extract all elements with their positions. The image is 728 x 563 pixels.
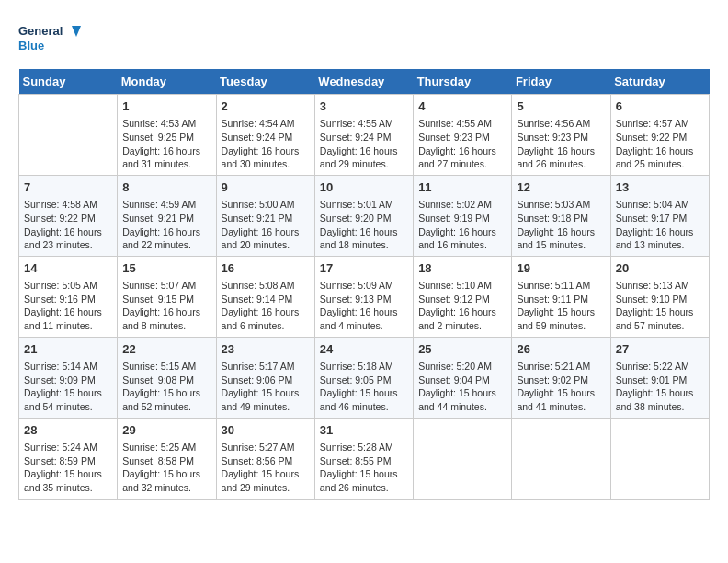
calendar-cell: 15Sunrise: 5:07 AM Sunset: 9:15 PM Dayli… <box>118 256 216 337</box>
calendar-cell: 20Sunrise: 5:13 AM Sunset: 9:10 PM Dayli… <box>610 256 709 337</box>
day-content: Sunrise: 5:11 AM Sunset: 9:11 PM Dayligh… <box>517 279 605 333</box>
calendar-cell: 1Sunrise: 4:53 AM Sunset: 9:25 PM Daylig… <box>118 95 216 176</box>
calendar-cell: 18Sunrise: 5:10 AM Sunset: 9:12 PM Dayli… <box>414 256 512 337</box>
calendar-cell: 8Sunrise: 4:59 AM Sunset: 9:21 PM Daylig… <box>118 175 216 256</box>
day-content: Sunrise: 5:00 AM Sunset: 9:21 PM Dayligh… <box>222 198 310 252</box>
day-content: Sunrise: 5:22 AM Sunset: 9:01 PM Dayligh… <box>616 360 704 414</box>
weekday-header-row: SundayMondayTuesdayWednesdayThursdayFrid… <box>19 69 710 95</box>
day-content: Sunrise: 5:09 AM Sunset: 9:13 PM Dayligh… <box>320 279 408 333</box>
calendar-cell <box>512 418 610 499</box>
calendar-cell: 28Sunrise: 5:24 AM Sunset: 8:59 PM Dayli… <box>19 418 118 499</box>
day-number: 5 <box>517 98 605 115</box>
weekday-header-friday: Friday <box>512 69 610 95</box>
calendar-cell <box>19 95 118 176</box>
day-content: Sunrise: 5:25 AM Sunset: 8:58 PM Dayligh… <box>122 441 210 495</box>
day-number: 1 <box>122 98 210 115</box>
day-content: Sunrise: 5:13 AM Sunset: 9:10 PM Dayligh… <box>616 279 704 333</box>
day-number: 13 <box>616 179 704 196</box>
week-row-5: 28Sunrise: 5:24 AM Sunset: 8:59 PM Dayli… <box>19 418 710 499</box>
calendar-cell: 14Sunrise: 5:05 AM Sunset: 9:16 PM Dayli… <box>19 256 118 337</box>
week-row-4: 21Sunrise: 5:14 AM Sunset: 9:09 PM Dayli… <box>19 337 710 418</box>
day-number: 4 <box>418 98 506 115</box>
calendar-cell: 2Sunrise: 4:54 AM Sunset: 9:24 PM Daylig… <box>216 95 314 176</box>
day-content: Sunrise: 5:02 AM Sunset: 9:19 PM Dayligh… <box>418 198 506 252</box>
day-number: 10 <box>320 179 408 196</box>
calendar-cell: 27Sunrise: 5:22 AM Sunset: 9:01 PM Dayli… <box>610 337 709 418</box>
day-content: Sunrise: 5:24 AM Sunset: 8:59 PM Dayligh… <box>24 441 112 495</box>
calendar-cell: 3Sunrise: 4:55 AM Sunset: 9:24 PM Daylig… <box>314 95 413 176</box>
day-content: Sunrise: 5:01 AM Sunset: 9:20 PM Dayligh… <box>320 198 408 252</box>
calendar-cell: 22Sunrise: 5:15 AM Sunset: 9:08 PM Dayli… <box>118 337 216 418</box>
day-number: 18 <box>418 260 506 277</box>
header: General Blue <box>18 18 710 60</box>
calendar-cell <box>414 418 512 499</box>
calendar-cell <box>610 418 709 499</box>
day-number: 28 <box>24 422 112 439</box>
day-content: Sunrise: 5:28 AM Sunset: 8:55 PM Dayligh… <box>320 441 408 495</box>
day-number: 21 <box>24 341 112 358</box>
calendar-cell: 26Sunrise: 5:21 AM Sunset: 9:02 PM Dayli… <box>512 337 610 418</box>
calendar-table: SundayMondayTuesdayWednesdayThursdayFrid… <box>18 69 710 500</box>
calendar-cell: 11Sunrise: 5:02 AM Sunset: 9:19 PM Dayli… <box>414 175 512 256</box>
day-content: Sunrise: 5:27 AM Sunset: 8:56 PM Dayligh… <box>222 441 310 495</box>
calendar-cell: 21Sunrise: 5:14 AM Sunset: 9:09 PM Dayli… <box>19 337 118 418</box>
day-number: 8 <box>122 179 210 196</box>
calendar-cell: 5Sunrise: 4:56 AM Sunset: 9:23 PM Daylig… <box>512 95 610 176</box>
weekday-header-sunday: Sunday <box>19 69 118 95</box>
day-content: Sunrise: 4:55 AM Sunset: 9:23 PM Dayligh… <box>418 117 506 171</box>
weekday-header-monday: Monday <box>118 69 216 95</box>
day-number: 25 <box>418 341 506 358</box>
calendar-cell: 10Sunrise: 5:01 AM Sunset: 9:20 PM Dayli… <box>314 175 413 256</box>
day-content: Sunrise: 4:55 AM Sunset: 9:24 PM Dayligh… <box>320 117 408 171</box>
day-number: 27 <box>616 341 704 358</box>
day-content: Sunrise: 5:10 AM Sunset: 9:12 PM Dayligh… <box>418 279 506 333</box>
day-number: 17 <box>320 260 408 277</box>
day-content: Sunrise: 5:05 AM Sunset: 9:16 PM Dayligh… <box>24 279 112 333</box>
calendar-cell: 16Sunrise: 5:08 AM Sunset: 9:14 PM Dayli… <box>216 256 314 337</box>
calendar-cell: 9Sunrise: 5:00 AM Sunset: 9:21 PM Daylig… <box>216 175 314 256</box>
day-number: 3 <box>320 98 408 115</box>
calendar-cell: 12Sunrise: 5:03 AM Sunset: 9:18 PM Dayli… <box>512 175 610 256</box>
calendar-cell: 13Sunrise: 5:04 AM Sunset: 9:17 PM Dayli… <box>610 175 709 256</box>
day-number: 15 <box>122 260 210 277</box>
svg-marker-2 <box>72 26 81 37</box>
day-number: 30 <box>222 422 310 439</box>
day-content: Sunrise: 4:57 AM Sunset: 9:22 PM Dayligh… <box>616 117 704 171</box>
day-number: 9 <box>222 179 310 196</box>
calendar-cell: 6Sunrise: 4:57 AM Sunset: 9:22 PM Daylig… <box>610 95 709 176</box>
day-number: 11 <box>418 179 506 196</box>
day-content: Sunrise: 5:18 AM Sunset: 9:05 PM Dayligh… <box>320 360 408 414</box>
day-number: 26 <box>517 341 605 358</box>
calendar-cell: 17Sunrise: 5:09 AM Sunset: 9:13 PM Dayli… <box>314 256 413 337</box>
day-number: 24 <box>320 341 408 358</box>
week-row-2: 7Sunrise: 4:58 AM Sunset: 9:22 PM Daylig… <box>19 175 710 256</box>
calendar-cell: 7Sunrise: 4:58 AM Sunset: 9:22 PM Daylig… <box>19 175 118 256</box>
week-row-3: 14Sunrise: 5:05 AM Sunset: 9:16 PM Dayli… <box>19 256 710 337</box>
day-content: Sunrise: 4:53 AM Sunset: 9:25 PM Dayligh… <box>122 117 210 171</box>
logo-svg: General Blue <box>18 18 83 60</box>
day-number: 31 <box>320 422 408 439</box>
logo: General Blue <box>18 18 83 60</box>
day-content: Sunrise: 5:08 AM Sunset: 9:14 PM Dayligh… <box>222 279 310 333</box>
day-number: 7 <box>24 179 112 196</box>
weekday-header-wednesday: Wednesday <box>314 69 413 95</box>
weekday-header-tuesday: Tuesday <box>216 69 314 95</box>
day-content: Sunrise: 5:15 AM Sunset: 9:08 PM Dayligh… <box>122 360 210 414</box>
day-content: Sunrise: 5:17 AM Sunset: 9:06 PM Dayligh… <box>222 360 310 414</box>
calendar-cell: 23Sunrise: 5:17 AM Sunset: 9:06 PM Dayli… <box>216 337 314 418</box>
day-number: 16 <box>222 260 310 277</box>
day-number: 14 <box>24 260 112 277</box>
day-content: Sunrise: 4:56 AM Sunset: 9:23 PM Dayligh… <box>517 117 605 171</box>
day-number: 22 <box>122 341 210 358</box>
day-number: 29 <box>122 422 210 439</box>
calendar-cell: 4Sunrise: 4:55 AM Sunset: 9:23 PM Daylig… <box>414 95 512 176</box>
day-content: Sunrise: 5:04 AM Sunset: 9:17 PM Dayligh… <box>616 198 704 252</box>
day-content: Sunrise: 5:20 AM Sunset: 9:04 PM Dayligh… <box>418 360 506 414</box>
day-number: 6 <box>616 98 704 115</box>
day-content: Sunrise: 5:21 AM Sunset: 9:02 PM Dayligh… <box>517 360 605 414</box>
calendar-cell: 24Sunrise: 5:18 AM Sunset: 9:05 PM Dayli… <box>314 337 413 418</box>
day-content: Sunrise: 5:07 AM Sunset: 9:15 PM Dayligh… <box>122 279 210 333</box>
calendar-cell: 29Sunrise: 5:25 AM Sunset: 8:58 PM Dayli… <box>118 418 216 499</box>
calendar-cell: 19Sunrise: 5:11 AM Sunset: 9:11 PM Dayli… <box>512 256 610 337</box>
weekday-header-thursday: Thursday <box>414 69 512 95</box>
